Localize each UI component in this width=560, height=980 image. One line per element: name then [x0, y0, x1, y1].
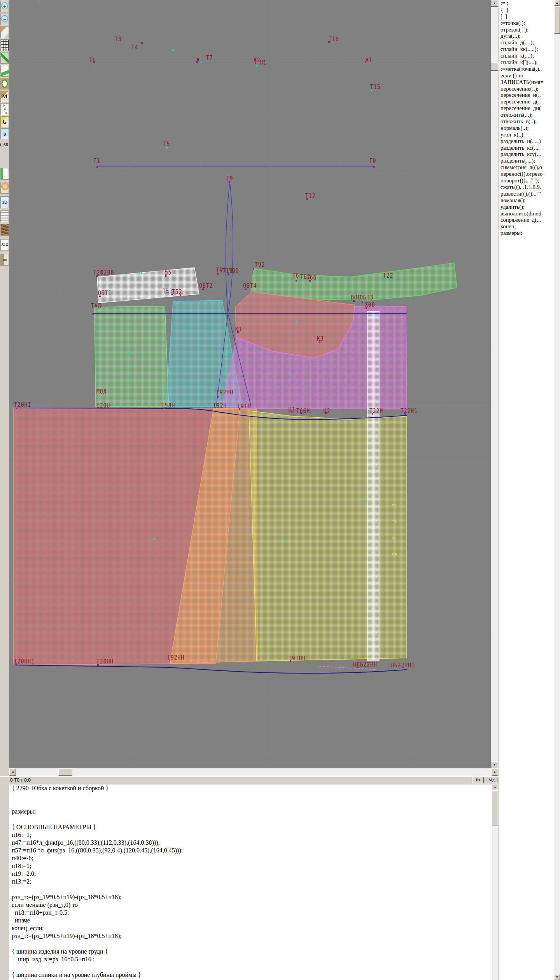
command-item[interactable]: ЗАПИСАТЬ(имя= — [499, 79, 560, 86]
command-item[interactable]: :=метка(точка(.).. — [499, 66, 560, 72]
scroll-left-icon[interactable]: ◄ — [9, 768, 16, 776]
waistband-piece[interactable] — [251, 263, 457, 300]
editor-line[interactable] — [9, 792, 492, 800]
program-editor[interactable]: { 2790 Юбка с кокеткой и сборкой }размер… — [9, 784, 492, 980]
command-item[interactable]: сплайн к[](....); — [499, 59, 560, 66]
command-item[interactable]: если () то — [499, 72, 560, 79]
panel-vscrollbar[interactable]: ▲ ▼ — [554, 0, 560, 980]
portrait-icon[interactable] — [0, 182, 9, 194]
editor-line[interactable]: конец_если; — [9, 924, 492, 932]
command-item[interactable]: пересечение д(.. — [499, 98, 560, 105]
back-yoke-skirt-piece[interactable] — [94, 306, 169, 407]
exit-icon[interactable]: ⇐ — [0, 254, 9, 266]
command-item[interactable]: ломаная(); — [499, 197, 560, 204]
command-item[interactable]: :=точка(.); — [499, 20, 560, 26]
command-item[interactable]: { } — [499, 7, 560, 13]
command-item[interactable]: сплайн к(....); — [499, 52, 560, 59]
editor-line[interactable] — [9, 940, 492, 948]
command-item[interactable]: разделить кс(.... — [499, 145, 560, 151]
editor-line[interactable]: п18:=п18+рзн_т-0.5; — [9, 909, 492, 917]
rz-button[interactable]: Рз — [472, 777, 484, 783]
editor-line[interactable]: п19:=2.0; — [9, 870, 492, 878]
algorithm-icon[interactable]: ALG — [0, 239, 9, 251]
command-item[interactable]: угол к(..); — [499, 131, 560, 138]
editor-scroll-up-icon[interactable]: ▲ — [492, 784, 498, 790]
yoke-back-piece[interactable] — [97, 268, 199, 303]
back-skirt-fold-piece[interactable] — [249, 411, 406, 661]
selvage-strip-piece[interactable] — [367, 311, 379, 660]
drafting-tools-icon[interactable] — [0, 103, 9, 115]
canvas-vscrollbar[interactable]: ▲ ▼ — [491, 0, 498, 768]
editor-line[interactable]: п16:=1; — [9, 831, 492, 839]
editor-line[interactable]: п13:=2; — [9, 878, 492, 886]
editor-line[interactable]: п47:=п16*л_фнк(рз_16,((80,0.33),(112,0.3… — [9, 839, 492, 847]
threed-icon[interactable]: 3D — [0, 196, 9, 208]
scroll-down-icon[interactable]: ▼ — [491, 761, 498, 768]
command-item[interactable]: отрезок( . ); — [499, 26, 560, 33]
panel-scroll-down-icon[interactable]: ▼ — [554, 974, 560, 980]
command-item[interactable]: перенос((),отрезо — [499, 171, 560, 177]
size-table-icon[interactable] — [0, 168, 9, 180]
editor-line[interactable]: { ОСНОВНЫЕ ПАРАМЕТРЫ } — [9, 823, 492, 831]
panel-vscroll-thumb[interactable] — [554, 7, 560, 34]
command-item[interactable]: пересечение н(.. — [499, 92, 560, 98]
hscroll-thumb[interactable] — [58, 768, 72, 776]
command-item[interactable]: := ; — [499, 0, 560, 7]
editor-line[interactable]: иначе — [9, 917, 492, 924]
file-label[interactable]: i_66. — [0, 139, 9, 150]
zoom-out-icon[interactable]: − — [0, 14, 9, 25]
command-item[interactable]: симметрия л((),о — [499, 164, 560, 171]
editor-line[interactable]: шир_изд_в:=рз_16*0.5+п16 ; — [9, 956, 492, 963]
command-item[interactable]: размеры; — [499, 230, 560, 236]
command-item[interactable]: сплайн д(....); — [499, 39, 560, 46]
editor-vscrollbar[interactable]: ▲ — [492, 784, 498, 980]
editor-line[interactable] — [9, 886, 492, 893]
zoom-in-icon[interactable]: + — [0, 1, 9, 12]
command-item[interactable]: пересечение(..); — [499, 86, 560, 92]
scroll-right-icon[interactable]: ► — [492, 768, 498, 776]
panel-scroll-up-icon[interactable]: ▲ — [554, 0, 560, 6]
command-item[interactable]: отложить в(..); — [499, 118, 560, 125]
editor-line[interactable]: п18:=1; — [9, 862, 492, 870]
editor-line[interactable]: рзн_т:=(рз_19*0.5+п19)-(рз_18*0.5+п18); — [9, 893, 492, 901]
command-item[interactable]: пересечение дн( — [499, 105, 560, 112]
md-button[interactable]: Мд — [486, 777, 497, 783]
editor-vscroll-thumb[interactable] — [492, 791, 498, 826]
command-item[interactable]: дуга(...); — [499, 33, 560, 39]
scroll-up-icon[interactable]: ▲ — [491, 0, 498, 7]
editor-line[interactable]: п57:=п16 *л_фнк(рз_16,((80,0.35),(92,0.4… — [9, 847, 492, 854]
vscroll-thumb[interactable] — [491, 62, 498, 71]
editor-line[interactable] — [9, 963, 492, 971]
editor-line[interactable] — [9, 816, 492, 823]
measure-line-icon[interactable] — [0, 52, 9, 64]
list-icon[interactable] — [0, 210, 9, 222]
command-item[interactable]: выполнить(dmod — [499, 210, 560, 217]
command-item[interactable]: сплайн кк(.....); — [499, 46, 560, 52]
command-item[interactable]: разделить(....); — [499, 158, 560, 164]
editor-line[interactable]: размеры; — [9, 808, 492, 816]
command-item[interactable]: удалить(); — [499, 204, 560, 210]
pattern-piece-icon[interactable] — [0, 78, 9, 89]
editor-line[interactable]: п40:=-6; — [9, 854, 492, 862]
editor-line[interactable]: если меньше (рзн_т,0) то — [9, 901, 492, 909]
print-preview-icon[interactable] — [0, 26, 9, 38]
command-item[interactable]: развести((),(),.."" — [499, 191, 560, 197]
editor-line[interactable]: рзн_т:=(рз_19*0.5+п19)-(рз_18*0.5+п18); — [9, 932, 492, 940]
command-item[interactable]: [ ] — [499, 13, 560, 20]
command-item[interactable]: разделить н(.....) — [499, 138, 560, 145]
blueprint-icon[interactable]: 8 — [0, 128, 9, 140]
command-item[interactable]: сопряжение д(... — [499, 217, 560, 223]
command-item[interactable]: нормаль(..); — [499, 125, 560, 131]
editor-line[interactable] — [9, 800, 492, 808]
drawing-canvas[interactable]: Т1Т3Т4ЖТ7Ж2Л1Ж1Т16Т15Т5Г1Г0Т9Т12Т20Т20ВТ… — [9, 0, 491, 768]
command-item[interactable]: разделить ксу(... — [499, 151, 560, 158]
books-icon[interactable] — [0, 224, 9, 236]
command-item[interactable]: поворот((),...""); — [499, 177, 560, 184]
command-item[interactable]: отложить(...); — [499, 112, 560, 118]
editor-line[interactable]: { ширина изделия на уровне груди } — [9, 948, 492, 956]
command-item[interactable]: конец; — [499, 223, 560, 230]
grid-icon[interactable] — [0, 39, 9, 51]
model-doc-icon[interactable]: M — [0, 91, 9, 102]
map-icon[interactable] — [0, 65, 9, 77]
editor-line[interactable]: { 2790 Юбка с кокеткой и сборкой } — [9, 784, 492, 792]
